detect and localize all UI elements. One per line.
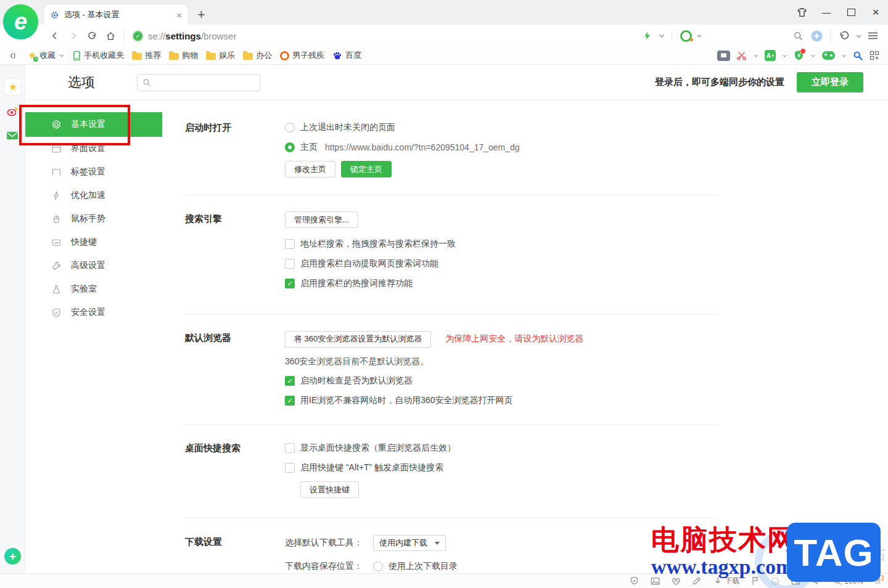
download-manager-button[interactable]: 下载 xyxy=(713,576,739,586)
gamepad-chevron-icon[interactable] xyxy=(841,53,847,59)
sidebar-item-shortcuts[interactable]: 快捷键 xyxy=(25,231,136,254)
translate-chevron-icon[interactable] xyxy=(782,53,787,59)
set-default-browser-button[interactable]: 将 360安全浏览器设置为默认浏览器 xyxy=(285,331,431,348)
sidebar-item-interface[interactable]: 界面设置 xyxy=(25,137,136,160)
resize-grip[interactable] xyxy=(875,578,881,584)
checkbox-alt-t-hotkey[interactable]: 启用快捷键 “Alt+T” 触发桌面快捷搜索 xyxy=(285,460,718,475)
download-tool-select[interactable]: 使用内建下载 xyxy=(373,535,446,551)
incognito-icon[interactable] xyxy=(771,577,779,586)
bookmark-folder-office[interactable]: 办公 xyxy=(243,50,272,61)
new-tab-button[interactable]: + xyxy=(197,8,205,22)
startup-radio-last-session[interactable]: 上次退出时未关闭的页面 xyxy=(285,120,718,135)
radio-icon[interactable] xyxy=(285,123,295,133)
sidebar-item-speed[interactable]: 优化加速 xyxy=(25,184,136,207)
menu-icon[interactable] xyxy=(863,27,882,45)
sidebar-item-lab[interactable]: 实验室 xyxy=(25,277,136,301)
mail-icon[interactable] xyxy=(4,128,20,144)
sidebar-item-mouse-gestures[interactable]: 鼠标手势 xyxy=(25,207,136,231)
sidebar-item-tabs[interactable]: 标签设置 xyxy=(25,160,136,184)
reading-mode-icon[interactable] xyxy=(717,51,730,61)
undo-chevron-icon[interactable] xyxy=(853,27,863,45)
maximize-button[interactable] xyxy=(839,0,863,25)
quick-app-icon[interactable]: + xyxy=(4,548,21,565)
account-sync-icon[interactable] xyxy=(807,27,826,45)
sidebar-item-advanced[interactable]: 高级设置 xyxy=(25,254,136,277)
address-bar[interactable]: ✓ se://settings/browser xyxy=(133,31,236,41)
bookmark-baidu[interactable]: 百度 xyxy=(332,50,361,61)
checkbox-icon[interactable] xyxy=(285,259,295,269)
translate-icon[interactable]: A+ xyxy=(765,50,776,61)
report-flag-icon[interactable] xyxy=(751,576,759,586)
bookmark-site[interactable]: 男子残疾 xyxy=(280,50,324,61)
gamepad-icon[interactable] xyxy=(822,51,835,60)
favorites-star-icon[interactable]: ★ xyxy=(4,78,22,96)
checkbox-icon[interactable] xyxy=(285,463,295,473)
undo-icon[interactable] xyxy=(835,27,853,45)
refresh-icon[interactable] xyxy=(83,27,101,45)
screenshot-icon[interactable] xyxy=(736,51,747,60)
search-icon xyxy=(142,78,151,87)
mute-speaker-icon[interactable] xyxy=(812,577,821,585)
close-button[interactable]: × xyxy=(863,0,888,25)
bookmark-favorites[interactable]: ★+ 收藏 xyxy=(28,50,65,61)
checkbox-check-on-startup[interactable]: ✓ 启动时检查是否为默认浏览器 xyxy=(285,374,718,388)
checkbox-icon[interactable] xyxy=(285,443,295,453)
checkbox-icon[interactable] xyxy=(285,239,295,249)
image-toggle-icon[interactable] xyxy=(651,577,660,586)
forward-icon[interactable] xyxy=(64,27,83,45)
checkbox-auto-extract[interactable]: 启用搜索栏自动提取网页搜索词功能 xyxy=(285,256,718,271)
settings-search-box[interactable] xyxy=(137,74,260,91)
checkbox-hot-words[interactable]: ✓ 启用搜索栏的热搜词推荐功能 xyxy=(285,276,718,291)
boost-icon[interactable] xyxy=(693,576,702,586)
speed-mode-chevron-icon[interactable] xyxy=(656,27,667,45)
checkbox-icon-checked[interactable]: ✓ xyxy=(285,376,295,386)
lock-homepage-button[interactable]: 锁定主页 xyxy=(341,161,392,178)
set-hotkey-button[interactable]: 设置快捷键 xyxy=(300,481,359,498)
checkbox-icon-checked[interactable]: ✓ xyxy=(285,396,295,406)
section-label: 桌面快捷搜索 xyxy=(185,441,285,498)
checkbox-show-desktop-search[interactable]: 显示桌面快捷搜索（重启浏览器后生效） xyxy=(285,441,718,455)
bookmark-folder-recommend[interactable]: 推荐 xyxy=(132,50,161,61)
home-icon[interactable] xyxy=(101,27,120,45)
tab-close-icon[interactable]: × xyxy=(176,10,182,20)
wallet-chevron-icon[interactable] xyxy=(810,53,816,59)
sidebar-item-basic[interactable]: 基本设置 xyxy=(25,112,162,137)
layout-panel-icon[interactable] xyxy=(791,577,800,585)
checkbox-ie-compat[interactable]: ✓ 用IE浏览不兼容网站时，自动用360安全浏览器打开网页 xyxy=(285,393,718,408)
radio-icon[interactable] xyxy=(373,561,383,571)
page-safety-icon[interactable] xyxy=(630,576,639,586)
finder-icon[interactable] xyxy=(853,51,863,61)
weibo-icon[interactable] xyxy=(4,103,20,119)
360-search-chevron-icon[interactable] xyxy=(695,27,704,45)
bookmark-folder-shopping[interactable]: 购物 xyxy=(169,50,198,61)
speed-mode-icon[interactable] xyxy=(638,27,656,45)
zoom-control[interactable]: 100% xyxy=(833,577,863,586)
radio-icon-selected[interactable] xyxy=(285,142,295,152)
browser-tab[interactable]: 选项 - 基本设置 × xyxy=(44,5,187,25)
extensions-grid-icon[interactable] xyxy=(870,51,879,60)
side-app-strip: ★ + xyxy=(0,65,25,573)
checkbox-icon-checked[interactable]: ✓ xyxy=(285,279,295,288)
search-icon[interactable] xyxy=(789,27,807,45)
back-icon[interactable] xyxy=(46,27,64,45)
manage-search-engines-button[interactable]: 管理搜索引擎... xyxy=(285,211,358,228)
screenshot-chevron-icon[interactable] xyxy=(753,53,758,59)
modify-homepage-button[interactable]: 修改主页 xyxy=(285,161,335,178)
settings-search-input[interactable] xyxy=(155,77,255,88)
bookmark-folder-entertainment[interactable]: 娱乐 xyxy=(206,50,235,61)
site-security-icon[interactable]: ✓ xyxy=(133,31,143,41)
collapse-sidebar-icon[interactable] xyxy=(5,46,20,65)
minimize-button[interactable]: — xyxy=(814,0,839,25)
360-search-icon[interactable] xyxy=(676,27,695,45)
health-monitor-icon[interactable] xyxy=(672,577,681,586)
skin-icon[interactable] xyxy=(789,0,814,25)
login-button[interactable]: 立即登录 xyxy=(797,72,863,92)
browser-logo: e xyxy=(3,4,38,39)
magnifier-icon xyxy=(833,577,842,586)
sidebar-item-security[interactable]: 安全设置 xyxy=(25,301,136,324)
wallet-shield-icon[interactable]: ¥ xyxy=(794,50,804,61)
bookmark-mobile-folder[interactable]: 手机收藏夹 xyxy=(73,50,124,61)
startup-radio-homepage[interactable]: 主页 https://www.baidu.com/?tn=62095104_17… xyxy=(285,140,718,155)
checkbox-addressbar-search[interactable]: 地址栏搜索，拖拽搜索与搜索栏保持一致 xyxy=(285,237,718,251)
url-text[interactable]: se://settings/browser xyxy=(148,31,236,41)
